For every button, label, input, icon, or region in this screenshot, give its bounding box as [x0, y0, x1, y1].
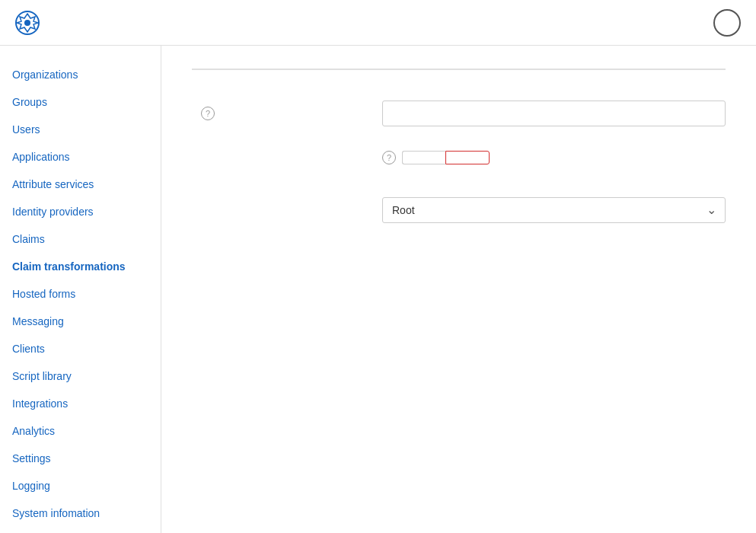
- name-input-wrapper: [382, 101, 726, 126]
- tab-bar: [192, 69, 726, 70]
- sidebar-item-claim-transformations[interactable]: Claim transformations: [0, 253, 161, 280]
- sidebar-item-attribute-services[interactable]: Attribute services: [0, 171, 161, 198]
- sidebar: OrganizationsGroupsUsersApplicationsAttr…: [0, 46, 161, 533]
- close-button[interactable]: [713, 9, 741, 37]
- sidebar-item-organizations[interactable]: Organizations: [0, 61, 161, 88]
- owner-row: Root: [192, 197, 726, 223]
- execute-no-button[interactable]: [445, 151, 490, 164]
- execute-label-block: [192, 151, 382, 173]
- sidebar-item-identity-providers[interactable]: Identity providers: [0, 198, 161, 225]
- execute-row: ?: [192, 151, 726, 173]
- sidebar-item-analytics[interactable]: Analytics: [0, 417, 161, 445]
- name-help-icon[interactable]: ?: [201, 107, 215, 120]
- sidebar-item-messaging[interactable]: Messaging: [0, 308, 161, 335]
- sidebar-item-users[interactable]: Users: [0, 116, 161, 143]
- sidebar-item-settings[interactable]: Settings: [0, 445, 161, 472]
- sidebar-item-groups[interactable]: Groups: [0, 88, 161, 116]
- execute-controls: ?: [382, 151, 726, 164]
- header: [0, 0, 756, 46]
- execute-help-icon[interactable]: ?: [382, 151, 396, 164]
- sidebar-item-system-information[interactable]: System infomation: [0, 499, 161, 527]
- owner-label-group: [192, 197, 382, 203]
- execute-yes-button[interactable]: [402, 151, 445, 164]
- logo: [15, 11, 46, 35]
- main-content: ? ?: [161, 46, 756, 533]
- svg-point-2: [24, 20, 30, 26]
- owner-select[interactable]: Root: [382, 197, 726, 223]
- sidebar-item-integrations[interactable]: Integrations: [0, 390, 161, 417]
- name-input[interactable]: [382, 101, 726, 126]
- sidebar-item-script-library[interactable]: Script library: [0, 362, 161, 390]
- sidebar-item-clients[interactable]: Clients: [0, 335, 161, 362]
- header-left: [15, 11, 67, 35]
- logo-icon: [15, 11, 40, 35]
- execute-label: [192, 157, 382, 173]
- sidebar-item-logging[interactable]: Logging: [0, 472, 161, 499]
- owner-select-wrapper: Root: [382, 197, 726, 223]
- layout: OrganizationsGroupsUsersApplicationsAttr…: [0, 46, 756, 533]
- name-label-group: ?: [192, 101, 382, 120]
- sidebar-item-applications[interactable]: Applications: [0, 143, 161, 171]
- sidebar-item-hosted-forms[interactable]: Hosted forms: [0, 280, 161, 308]
- sidebar-item-claims[interactable]: Claims: [0, 225, 161, 253]
- name-row: ?: [192, 101, 726, 126]
